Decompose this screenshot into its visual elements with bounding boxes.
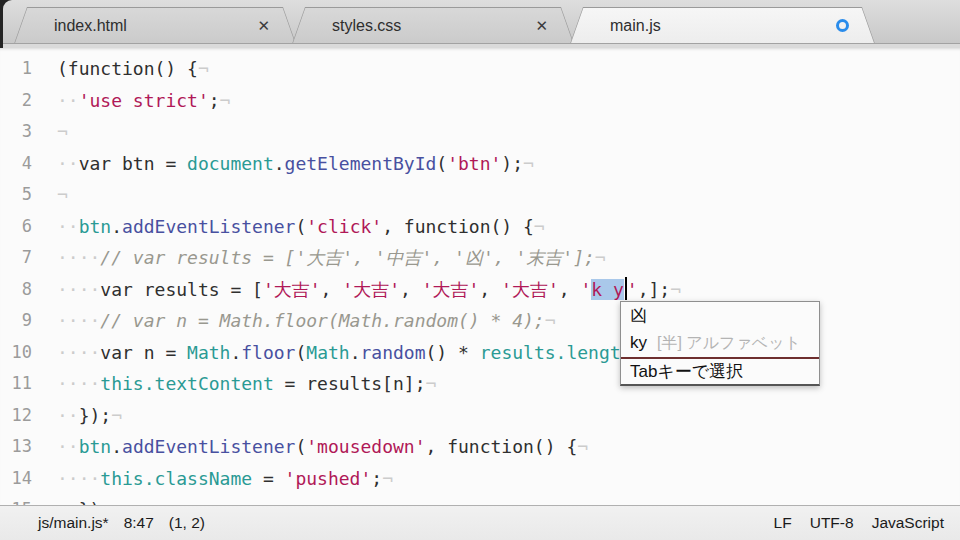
newline-marker: ¬: [523, 153, 534, 174]
tab-label: styles.css: [332, 17, 535, 35]
code-line[interactable]: 15··});: [0, 494, 960, 505]
code-line[interactable]: 1(function() {¬: [0, 53, 960, 85]
code-token: this.textContent: [100, 373, 273, 394]
tab-bar: index.html ✕ styles.css ✕ main.js: [3, 0, 960, 48]
code-line[interactable]: 4··var btn = document.getElementById('bt…: [0, 148, 960, 180]
code-line[interactable]: 14····this.className = 'pushed';¬: [0, 463, 960, 495]
code-token: Math: [187, 342, 230, 363]
tab-label: index.html: [54, 17, 257, 35]
line-number: 12: [0, 400, 32, 432]
code-token: ;: [209, 90, 220, 111]
line-content: ····var results = ['大吉', '大吉', '大吉', '大吉…: [32, 274, 681, 306]
close-icon[interactable]: ✕: [257, 18, 270, 33]
code-token: this.className: [100, 468, 252, 489]
line-number: 2: [0, 85, 32, 117]
newline-marker: ¬: [534, 216, 545, 237]
code-token: ,: [400, 279, 422, 300]
code-token: 'pushed': [285, 468, 372, 489]
line-number: 13: [0, 431, 32, 463]
code-line[interactable]: 6··btn.addEventListener('click', functio…: [0, 211, 960, 243]
code-token: ;: [371, 468, 382, 489]
code-line[interactable]: 3¬: [0, 116, 960, 148]
code-line[interactable]: 12··});¬: [0, 400, 960, 432]
line-content: ····var n = Math.floor(Math.random() * r…: [32, 337, 631, 369]
code-token: () *: [426, 342, 480, 363]
code-token: ····: [57, 373, 100, 394]
code-line[interactable]: 7····// var results = ['大吉', '中吉', '凶', …: [0, 242, 960, 274]
status-eol-type[interactable]: LF: [774, 514, 792, 532]
code-line[interactable]: 2··'use strict';¬: [0, 85, 960, 117]
code-token: 'btn': [447, 153, 501, 174]
code-editor[interactable]: 1(function() {¬2··'use strict';¬3¬4··var…: [0, 48, 960, 505]
newline-marker: ¬: [198, 58, 209, 79]
code-token: ,: [559, 279, 581, 300]
code-token: ··: [57, 216, 79, 237]
line-number: 1: [0, 53, 32, 85]
code-token: getElementById: [285, 153, 437, 174]
line-number: 5: [0, 179, 32, 211]
status-selection-count: (1, 2): [169, 514, 205, 532]
newline-marker: ¬: [425, 373, 436, 394]
line-number: 10: [0, 337, 32, 369]
code-token: // var n = Math.floor(Math.random() * 4)…: [100, 310, 544, 331]
code-token: (: [436, 153, 447, 174]
code-token: ': [627, 279, 638, 300]
line-content: ··});: [32, 494, 111, 505]
status-cursor-position[interactable]: 8:47: [124, 514, 154, 532]
code-line[interactable]: 5¬: [0, 179, 960, 211]
line-number: 3: [0, 116, 32, 148]
close-icon[interactable]: ✕: [535, 18, 548, 33]
tab-label: main.js: [610, 17, 836, 35]
status-file-path: js/main.js*: [38, 514, 109, 532]
line-number: 15: [0, 494, 32, 505]
line-content: ··var btn = document.getElementById('btn…: [32, 148, 534, 180]
code-token: ··: [57, 436, 79, 457]
code-token: .: [230, 342, 241, 363]
line-number: 8: [0, 274, 32, 306]
ime-candidate-raw[interactable]: ky[半] アルファベット: [621, 329, 819, 357]
code-line[interactable]: 13··btn.addEventListener('mousedown', fu…: [0, 431, 960, 463]
editor-window: index.html ✕ styles.css ✕ main.js 1(func…: [0, 0, 960, 540]
newline-marker: ¬: [595, 247, 606, 268]
tab-index-html[interactable]: index.html ✕: [14, 7, 296, 44]
newline-marker: ¬: [670, 279, 681, 300]
code-token: var results = [: [100, 279, 263, 300]
code-token: ····: [57, 279, 100, 300]
code-token: .: [274, 153, 285, 174]
code-token: ,];: [638, 279, 671, 300]
line-number: 7: [0, 242, 32, 274]
code-token: '大吉': [422, 279, 480, 300]
code-token: ····: [57, 247, 100, 268]
line-content: ····// var results = ['大吉', '中吉', '凶', '…: [32, 242, 606, 274]
line-content: ····// var n = Math.floor(Math.random() …: [32, 305, 556, 337]
tab-main-js[interactable]: main.js: [570, 7, 875, 44]
code-token: ····: [57, 310, 100, 331]
code-token: = results[n];: [274, 373, 426, 394]
code-token: 'use strict': [79, 90, 209, 111]
line-content: (function() {¬: [32, 53, 209, 85]
ime-candidate-kanji[interactable]: 凶: [621, 302, 819, 329]
newline-marker: ¬: [57, 121, 68, 142]
code-token: (: [295, 436, 306, 457]
status-language[interactable]: JavaScript: [872, 514, 944, 532]
code-token: '大吉': [501, 279, 559, 300]
line-content: ··btn.addEventListener('mousedown', func…: [32, 431, 588, 463]
newline-marker: ¬: [577, 436, 588, 457]
code-token: (: [295, 216, 306, 237]
text-caret: [625, 277, 627, 300]
line-number: 9: [0, 305, 32, 337]
code-token: .: [111, 436, 122, 457]
newline-marker: ¬: [111, 405, 122, 426]
code-token: floor: [241, 342, 295, 363]
code-token: var btn =: [79, 153, 187, 174]
ime-candidate-text: 凶: [630, 306, 647, 325]
code-token: Math: [306, 342, 349, 363]
line-content: ····this.textContent = results[n];¬: [32, 368, 436, 400]
tab-styles-css[interactable]: styles.css ✕: [292, 7, 574, 44]
status-encoding[interactable]: UTF-8: [810, 514, 854, 532]
code-token: =: [252, 468, 285, 489]
modified-indicator-icon[interactable]: [836, 19, 849, 32]
code-token: ····: [57, 468, 100, 489]
code-token: // var results = ['大吉', '中吉', '凶', '末吉']…: [100, 247, 594, 268]
line-content: ··'use strict';¬: [32, 85, 230, 117]
